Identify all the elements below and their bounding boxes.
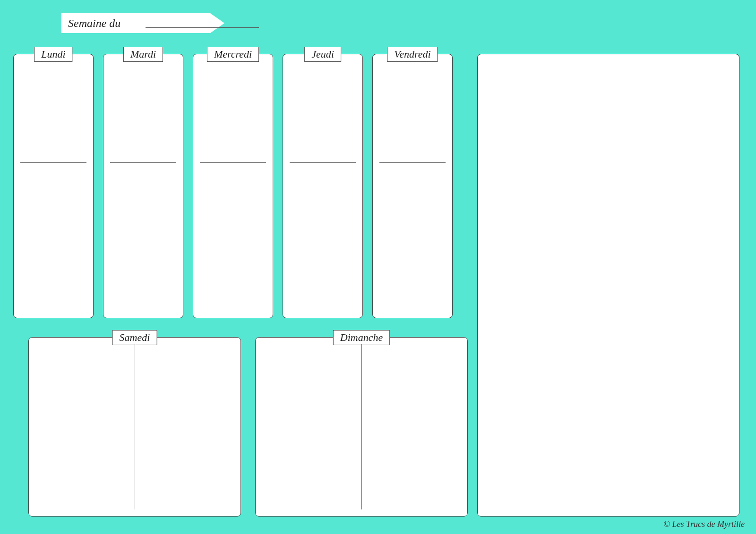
day-panel-wednesday[interactable]: Mercredi: [193, 54, 273, 318]
divider: [135, 344, 135, 509]
week-date-underline[interactable]: [146, 27, 259, 28]
day-panel-saturday[interactable]: Samedi: [28, 337, 241, 517]
day-panel-thursday[interactable]: Jeudi: [283, 54, 363, 318]
day-tab-sunday: Dimanche: [333, 330, 390, 345]
day-tab-wednesday: Mercredi: [207, 47, 259, 62]
divider: [20, 162, 86, 163]
day-tab-friday: Vendredi: [387, 47, 438, 62]
day-panel-tuesday[interactable]: Mardi: [103, 54, 183, 318]
divider: [200, 162, 266, 163]
divider: [110, 162, 176, 163]
divider: [290, 162, 356, 163]
day-panel-monday[interactable]: Lundi: [13, 54, 94, 318]
day-tab-saturday: Samedi: [112, 330, 157, 345]
day-tab-tuesday: Mardi: [123, 47, 163, 62]
notes-panel[interactable]: [477, 54, 739, 517]
day-tab-thursday: Jeudi: [304, 47, 341, 62]
day-tab-monday: Lundi: [34, 47, 72, 62]
credit-text: © Les Trucs de Myrtille: [663, 519, 745, 529]
divider: [361, 344, 362, 509]
day-panel-friday[interactable]: Vendredi: [372, 54, 453, 318]
divider: [379, 162, 446, 163]
week-label: Semaine du: [68, 13, 120, 33]
week-header: Semaine du: [61, 13, 224, 33]
day-panel-sunday[interactable]: Dimanche: [255, 337, 468, 517]
